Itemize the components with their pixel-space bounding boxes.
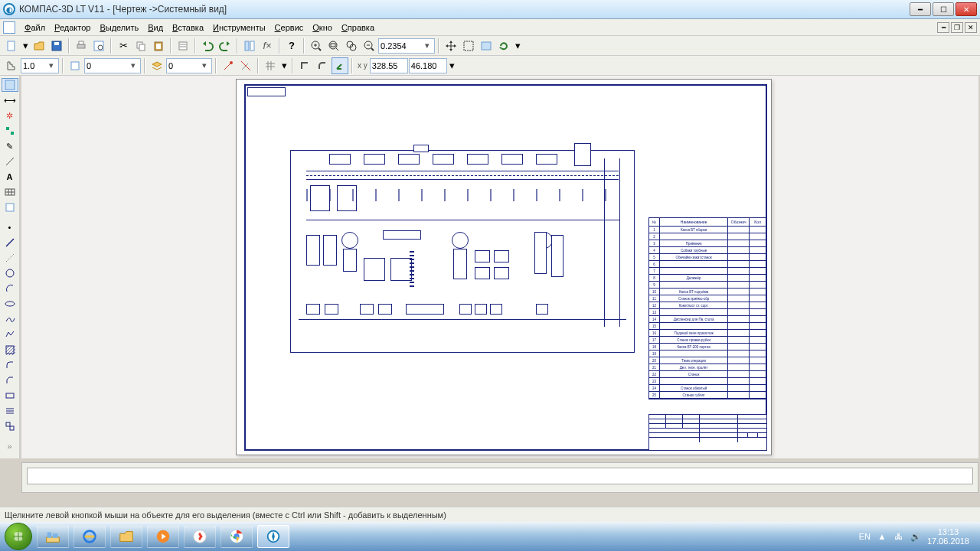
help-button[interactable]: ? (283, 37, 300, 54)
menu-help[interactable]: Справка (337, 21, 379, 34)
tray-volume-icon[interactable]: 🔊 (910, 531, 921, 542)
refresh-button[interactable] (495, 37, 512, 54)
task-media[interactable] (147, 525, 179, 548)
geometry-panel-icon[interactable] (2, 78, 18, 92)
collect-tool-icon[interactable] (2, 419, 18, 433)
paste-button[interactable] (150, 37, 167, 54)
param-panel-icon[interactable]: ✎ (2, 139, 18, 153)
lang-indicator[interactable]: EN (859, 532, 871, 541)
menu-select[interactable]: Выделить (95, 21, 143, 34)
circle-tool-icon[interactable] (2, 266, 18, 280)
zoom-in-button[interactable] (308, 37, 325, 54)
polyline-tool-icon[interactable] (2, 328, 18, 341)
menu-tools[interactable]: Инструменты (208, 21, 270, 34)
point-tool-icon[interactable]: • (2, 220, 18, 234)
step-button[interactable] (3, 57, 20, 74)
task-folder[interactable] (110, 525, 142, 548)
zoom-window-button[interactable] (325, 37, 342, 54)
layers-button[interactable] (149, 57, 165, 74)
arc-tool-icon[interactable] (2, 282, 18, 295)
chamfer-tool-icon[interactable] (2, 373, 18, 387)
views-panel-icon[interactable] (2, 201, 18, 214)
properties-button[interactable] (175, 37, 191, 54)
task-explorer[interactable] (37, 525, 69, 548)
clock[interactable]: 13:13 17.06.2018 (927, 527, 969, 546)
table-panel-icon[interactable] (2, 185, 18, 199)
mdi-minimize[interactable]: ━ (937, 22, 949, 33)
spec-table: №НаименованиеОбозначКол 1Касса БТ сборки… (648, 217, 767, 399)
zoom-dyn-button[interactable] (343, 37, 360, 54)
refresh-dd[interactable]: ▾ (513, 37, 522, 54)
coord-y[interactable]: 46.180 (409, 58, 447, 73)
menu-window[interactable]: Окно (308, 21, 337, 34)
frame-marker (247, 87, 286, 96)
svg-rect-20 (464, 41, 473, 51)
task-yandex[interactable] (184, 525, 216, 548)
svg-rect-25 (6, 127, 9, 130)
menu-service[interactable]: Сервис (270, 21, 309, 34)
svg-rect-11 (179, 42, 187, 50)
zoom-combo[interactable]: 0.2354▾ (378, 38, 435, 54)
tray-network-icon[interactable]: 🖧 (893, 531, 904, 542)
tray-flag-icon[interactable]: ▲ (877, 531, 887, 542)
expand-icon[interactable]: » (2, 439, 18, 453)
state-combo[interactable]: 0▾ (84, 58, 141, 73)
task-kompas[interactable] (257, 525, 289, 548)
dimensions-panel-icon[interactable]: ⟷ (2, 93, 18, 107)
copy-button[interactable] (132, 37, 149, 54)
text-panel-icon[interactable]: A (2, 170, 18, 184)
close-button[interactable]: ✕ (956, 2, 977, 16)
preview-button[interactable] (90, 37, 107, 54)
round-button[interactable] (314, 57, 331, 74)
view-state-button[interactable] (67, 57, 83, 74)
mdi-restore[interactable]: ❐ (951, 22, 963, 33)
grid-button[interactable] (262, 57, 279, 74)
manager-button[interactable] (241, 37, 258, 54)
menu-view[interactable]: Вид (143, 21, 168, 34)
fit-button[interactable] (460, 37, 477, 54)
start-button[interactable] (5, 523, 32, 550)
new-dropdown[interactable]: ▾ (21, 37, 30, 54)
pan-button[interactable] (443, 37, 459, 54)
task-ie[interactable] (74, 525, 106, 548)
equid-tool-icon[interactable] (2, 404, 18, 418)
edit-panel-icon[interactable] (2, 124, 18, 138)
hatch-tool-icon[interactable] (2, 343, 18, 357)
redo-button[interactable] (217, 37, 234, 54)
task-chrome[interactable] (220, 525, 253, 548)
ellipse-tool-icon[interactable] (2, 297, 18, 311)
line-tool-icon[interactable] (2, 236, 18, 249)
maximize-button[interactable]: ☐ (933, 2, 954, 16)
fillet-tool-icon[interactable] (2, 358, 18, 372)
sheet: №НаименованиеОбозначКол 1Касса БТ сборки… (236, 79, 772, 455)
zoom-out-button[interactable] (361, 37, 377, 54)
cut-button[interactable]: ✂ (115, 37, 132, 54)
rect-tool-icon[interactable] (2, 389, 18, 403)
spline-tool-icon[interactable] (2, 312, 18, 326)
print-button[interactable] (73, 37, 90, 54)
snap-end-button[interactable] (220, 57, 237, 74)
step-combo[interactable]: 1.0▾ (21, 58, 59, 73)
minimize-button[interactable]: ━ (910, 2, 931, 16)
aux-line-tool-icon[interactable] (2, 251, 18, 265)
measure-panel-icon[interactable] (2, 155, 18, 168)
property-input[interactable] (27, 468, 973, 484)
menu-edit[interactable]: Редактор (50, 21, 95, 34)
menu-insert[interactable]: Вставка (168, 21, 208, 34)
mdi-close[interactable]: ✕ (965, 22, 977, 33)
redraw-button[interactable] (478, 37, 495, 54)
undo-button[interactable] (199, 37, 216, 54)
drawing-canvas[interactable]: №НаименованиеОбозначКол 1Касса БТ сборки… (21, 76, 978, 458)
local-cs-button[interactable] (332, 57, 348, 74)
coord-x[interactable]: 328.55 (370, 58, 408, 73)
ortho-button[interactable] (296, 57, 313, 74)
menu-file[interactable]: Файл (20, 21, 50, 34)
layer-combo[interactable]: 0▾ (166, 58, 212, 73)
vars-button[interactable]: f× (259, 37, 276, 54)
new-button[interactable] (3, 37, 20, 54)
notation-panel-icon[interactable]: ✲ (2, 109, 18, 122)
coord-dd[interactable]: ▾ (448, 57, 457, 74)
save-button[interactable] (48, 37, 65, 54)
open-button[interactable] (31, 37, 47, 54)
grid-dd[interactable]: ▾ (279, 57, 289, 74)
